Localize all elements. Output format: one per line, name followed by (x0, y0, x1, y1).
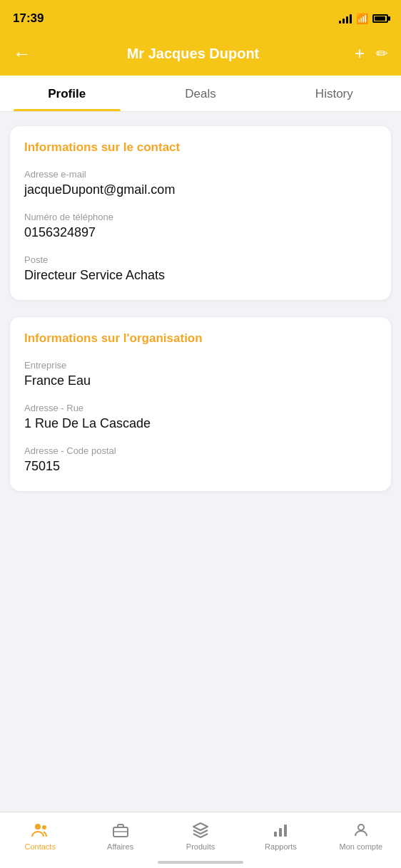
nav-moncompte[interactable]: Mon compte (321, 818, 401, 854)
edit-button[interactable]: ✏ (376, 46, 388, 61)
adresse-rue-value: 1 Rue De La Cascade (24, 416, 377, 431)
tabs: Profile Deals History (0, 76, 401, 112)
org-section-title: Informations sur l'organisation (24, 331, 377, 346)
svg-rect-4 (274, 832, 277, 837)
contacts-icon (31, 821, 49, 839)
adresse-cp-value: 75015 (24, 459, 377, 474)
adresse-cp-field: Adresse - Code postal 75015 (24, 445, 377, 474)
tab-profile[interactable]: Profile (0, 76, 133, 111)
cube-icon (191, 821, 210, 839)
tab-deals[interactable]: Deals (133, 76, 267, 111)
nav-rapports[interactable]: Rapports (240, 818, 320, 854)
adresse-rue-field: Adresse - Rue 1 Rue De La Cascade (24, 403, 377, 431)
nav-contacts[interactable]: Contacts (0, 818, 80, 854)
adresse-cp-label: Adresse - Code postal (24, 445, 377, 456)
nav-rapports-label: Rapports (265, 842, 297, 851)
phone-value: 0156324897 (24, 225, 377, 240)
wifi-icon: 📶 (356, 13, 368, 24)
header-actions: + ✏ (355, 45, 388, 62)
phone-field: Numéro de téléphone 0156324897 (24, 212, 377, 240)
content: Informations sur le contact Adresse e-ma… (0, 112, 401, 522)
email-field: Adresse e-mail jacqueDupont@gmail.com (24, 169, 377, 197)
org-info-card: Informations sur l'organisation Entrepri… (10, 317, 391, 491)
briefcase-icon (111, 821, 130, 839)
status-icons: 📶 (339, 13, 388, 24)
nav-produits[interactable]: Produits (161, 818, 240, 854)
entreprise-label: Entreprise (24, 360, 377, 371)
chart-icon (271, 821, 290, 839)
account-icon (352, 821, 370, 839)
bottom-nav: Contacts Affaires Produits (0, 812, 401, 868)
header: ← Mr Jacques Dupont + ✏ (0, 36, 401, 76)
svg-rect-5 (279, 828, 282, 837)
status-bar: 17:39 📶 (0, 0, 401, 36)
svg-point-1 (42, 825, 46, 830)
tab-history[interactable]: History (268, 76, 401, 111)
adresse-rue-label: Adresse - Rue (24, 403, 377, 413)
nav-produits-label: Produits (186, 842, 215, 851)
battery-icon (372, 14, 388, 23)
entreprise-field: Entreprise France Eau (24, 360, 377, 388)
nav-moncompte-label: Mon compte (340, 842, 383, 851)
svg-point-7 (358, 825, 364, 830)
phone-label: Numéro de téléphone (24, 212, 377, 222)
email-label: Adresse e-mail (24, 169, 377, 180)
add-button[interactable]: + (355, 45, 365, 62)
svg-rect-6 (284, 825, 287, 837)
status-time: 17:39 (13, 11, 44, 26)
email-value: jacqueDupont@gmail.com (24, 182, 377, 197)
home-indicator (158, 861, 243, 864)
signal-icon (339, 14, 352, 24)
contact-info-card: Informations sur le contact Adresse e-ma… (10, 126, 391, 300)
poste-field: Poste Directeur Service Achats (24, 254, 377, 283)
nav-affaires-label: Affaires (107, 842, 133, 851)
entreprise-value: France Eau (24, 373, 377, 388)
poste-value: Directeur Service Achats (24, 268, 377, 283)
page-title: Mr Jacques Dupont (40, 46, 346, 62)
nav-contacts-label: Contacts (24, 842, 55, 851)
svg-point-0 (35, 824, 41, 830)
contact-section-title: Informations sur le contact (24, 140, 377, 155)
poste-label: Poste (24, 254, 377, 265)
nav-affaires[interactable]: Affaires (80, 818, 160, 854)
back-button[interactable]: ← (13, 44, 31, 63)
